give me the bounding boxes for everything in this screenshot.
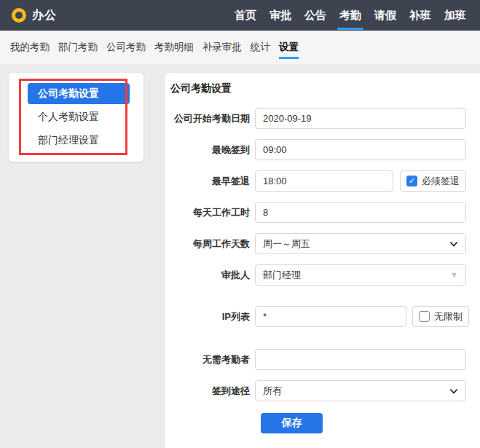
top-nav-item-leave[interactable]: 请假 bbox=[368, 0, 403, 31]
app-logo-text: 办公 bbox=[32, 8, 57, 23]
approver-selected-value: 部门经理 bbox=[263, 269, 301, 282]
form-row-earliest-checkout: 最早签退 ✓ 必须签退 bbox=[165, 170, 480, 192]
form-row-checkin-channel: 签到途径 所有 bbox=[165, 380, 480, 401]
ip-list-input[interactable] bbox=[255, 306, 406, 327]
sub-nav-supplement-approval[interactable]: 补录审批 bbox=[202, 31, 242, 64]
attendance-settings-form: 公司开始考勤日期 最晚签到 最早签退 ✓ 必须签退 每天工作工时 每 bbox=[165, 108, 480, 433]
app-logo-ring-icon bbox=[12, 8, 26, 23]
start-date-input[interactable] bbox=[255, 108, 466, 129]
top-nav: 首页 审批 公告 考勤 请假 补班 加班 bbox=[228, 0, 473, 31]
checkin-channel-selected-value: 所有 bbox=[263, 385, 282, 398]
panel-title: 公司考勤设置 bbox=[170, 82, 480, 95]
unlimited-checkbox-label: 无限制 bbox=[434, 310, 463, 323]
company-attendance-settings-panel: 公司考勤设置 公司开始考勤日期 最晚签到 最早签退 ✓ 必须签退 每天工作工时 bbox=[165, 73, 480, 448]
checkin-channel-label: 签到途径 bbox=[165, 385, 255, 398]
must-checkout-checkbox-label: 必须签退 bbox=[422, 175, 460, 188]
save-button[interactable]: 保存 bbox=[261, 413, 323, 433]
top-nav-item-attendance[interactable]: 考勤 bbox=[333, 0, 368, 31]
start-date-label: 公司开始考勤日期 bbox=[165, 112, 255, 125]
settings-menu: 公司考勤设置 个人考勤设置 部门经理设置 bbox=[9, 73, 143, 151]
attendance-sub-nav: 我的考勤 部门考勤 公司考勤 考勤明细 补录审批 统计 设置 bbox=[0, 31, 480, 64]
top-nav-item-home[interactable]: 首页 bbox=[228, 0, 263, 31]
top-nav-item-approval[interactable]: 审批 bbox=[263, 0, 298, 31]
form-row-start-date: 公司开始考勤日期 bbox=[165, 108, 480, 129]
earliest-checkout-label: 最早签退 bbox=[165, 175, 255, 188]
sub-nav-attendance-detail[interactable]: 考勤明细 bbox=[154, 31, 194, 64]
form-row-latest-checkin: 最晚签到 bbox=[165, 139, 480, 160]
sub-nav-settings[interactable]: 设置 bbox=[279, 31, 299, 64]
chevron-down-icon bbox=[449, 240, 458, 248]
top-nav-item-announcement[interactable]: 公告 bbox=[298, 0, 333, 31]
weekly-days-select[interactable]: 周一～周五 bbox=[255, 233, 466, 254]
top-nav-item-overtime[interactable]: 加班 bbox=[438, 0, 473, 31]
weekly-days-label: 每周工作天数 bbox=[165, 237, 255, 251]
checkbox-checked-icon[interactable]: ✓ bbox=[406, 176, 417, 186]
unlimited-checkbox-group[interactable]: 无限制 bbox=[412, 306, 469, 327]
form-row-daily-hours: 每天工作工时 bbox=[165, 202, 480, 223]
exempt-input[interactable] bbox=[255, 349, 466, 370]
daily-hours-label: 每天工作工时 bbox=[165, 206, 255, 219]
top-nav-item-makeup-shift[interactable]: 补班 bbox=[403, 0, 438, 31]
sub-nav-dept-attendance[interactable]: 部门考勤 bbox=[58, 31, 98, 64]
app-logo[interactable]: 办公 bbox=[12, 8, 57, 23]
must-checkout-checkbox-group[interactable]: ✓ 必须签退 bbox=[400, 170, 466, 192]
chevron-down-icon bbox=[449, 387, 458, 396]
ip-list-label: IP列表 bbox=[165, 310, 255, 323]
earliest-checkout-input[interactable] bbox=[255, 170, 393, 192]
form-row-ip-list: IP列表 无限制 bbox=[165, 306, 480, 327]
sidebar-item-company-attendance-settings[interactable]: 公司考勤设置 bbox=[28, 83, 130, 104]
sidebar-item-personal-attendance-settings[interactable]: 个人考勤设置 bbox=[9, 106, 143, 127]
sub-nav-company-attendance[interactable]: 公司考勤 bbox=[106, 31, 146, 64]
approver-select[interactable]: 部门经理 ▼ bbox=[255, 264, 466, 286]
sidebar-item-dept-manager-settings[interactable]: 部门经理设置 bbox=[9, 130, 143, 151]
weekly-days-selected-value: 周一～周五 bbox=[263, 237, 310, 251]
form-row-exempt: 无需考勤者 bbox=[165, 349, 480, 370]
latest-checkin-label: 最晚签到 bbox=[165, 144, 255, 157]
form-row-weekly-days: 每周工作天数 周一～周五 bbox=[165, 233, 480, 254]
exempt-label: 无需考勤者 bbox=[165, 353, 255, 366]
latest-checkin-input[interactable] bbox=[255, 139, 466, 160]
form-row-approver: 审批人 部门经理 ▼ bbox=[165, 264, 480, 286]
sub-nav-statistics[interactable]: 统计 bbox=[251, 31, 270, 64]
top-bar: 办公 首页 审批 公告 考勤 请假 补班 加班 bbox=[0, 0, 480, 31]
sub-nav-my-attendance[interactable]: 我的考勤 bbox=[10, 31, 50, 64]
checkbox-unchecked-icon[interactable] bbox=[419, 311, 430, 322]
daily-hours-input[interactable] bbox=[255, 202, 466, 223]
caret-down-icon: ▼ bbox=[450, 271, 458, 279]
approver-label: 审批人 bbox=[165, 269, 255, 282]
settings-sidebar-card: 公司考勤设置 个人考勤设置 部门经理设置 bbox=[9, 73, 143, 162]
checkin-channel-select[interactable]: 所有 bbox=[255, 380, 466, 401]
